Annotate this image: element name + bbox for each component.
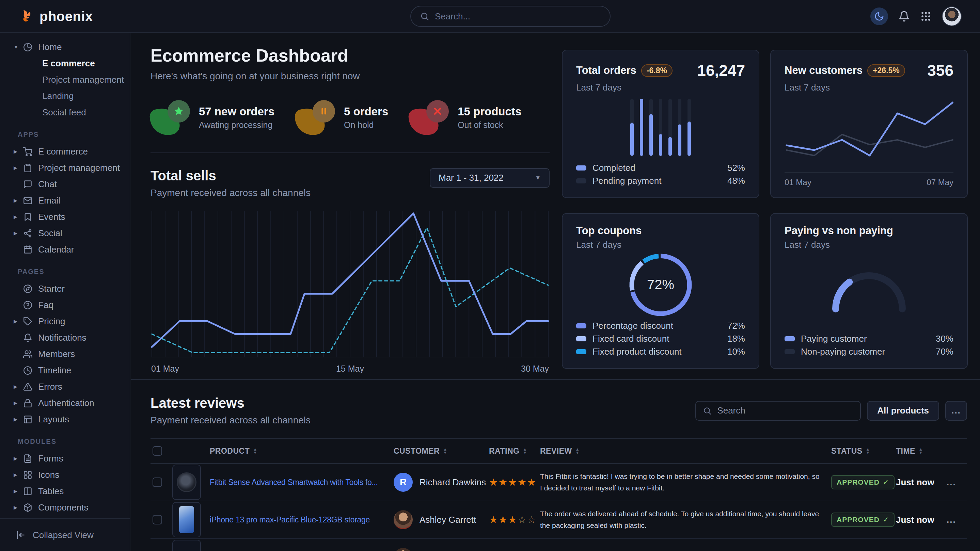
caret-right-icon: ▶ (14, 230, 23, 236)
x-axis-label: 07 May (926, 178, 953, 187)
sidebar-subitem-social-feed[interactable]: Social feed (0, 104, 130, 121)
column-header-time[interactable]: TIME▲▼ (896, 446, 947, 456)
sidebar-subitem-project-management[interactable]: Project management (0, 71, 130, 88)
sort-icon: ▲▼ (253, 448, 257, 454)
sidebar-section-label-modules: MODULES (0, 427, 130, 450)
product-thumbnail[interactable] (172, 502, 201, 537)
avatar: R (394, 473, 413, 492)
sidebar-item-project-management[interactable]: ▶Project management (0, 160, 130, 176)
stat-subtitle: On hold (344, 120, 388, 130)
pause-blob-icon (296, 100, 335, 135)
clipboard-icon (23, 164, 38, 173)
legend-row-non-paying-customer: Non-paying customer70% (784, 345, 953, 358)
sidebar-item-social[interactable]: ▶Social (0, 225, 130, 241)
new-customers-x-axis: 01 May 07 May (784, 172, 953, 187)
row-more-button[interactable]: ... (947, 477, 967, 488)
sidebar-item-starter[interactable]: Starter (0, 280, 130, 297)
product-link[interactable]: iPhone 13 pro max-Pacific Blue-128GB sto… (210, 515, 394, 524)
column-header-rating[interactable]: RATING▲▼ (489, 446, 540, 456)
product-link[interactable]: Fitbit Sense Advanced Smartwatch with To… (210, 478, 394, 487)
user-avatar[interactable] (942, 6, 962, 26)
sidebar-subitem-landing[interactable]: Landing (0, 88, 130, 104)
brand[interactable]: phoenix (18, 0, 93, 33)
share-icon (23, 229, 38, 238)
row-checkbox[interactable] (153, 515, 162, 524)
sidebar-item-calendar[interactable]: Calendar (0, 241, 130, 258)
select-all-checkbox[interactable] (153, 446, 162, 456)
avatar (394, 510, 413, 529)
sidebar-item-label: Email (38, 195, 60, 206)
sidebar-item-errors[interactable]: ▶Errors (0, 378, 130, 395)
global-search-input[interactable] (435, 11, 601, 22)
top-coupons-card: Top coupons Last 7 days 72% Percentage d… (562, 213, 759, 369)
navbar-actions (870, 0, 962, 33)
column-header-status[interactable]: STATUS▲▼ (831, 446, 896, 456)
notifications-button[interactable] (898, 11, 910, 22)
sidebar-item-label: Home (38, 42, 62, 52)
sidebar-subitem-e-commerce[interactable]: E commerce (0, 55, 130, 71)
date-range-select[interactable]: Mar 1 - 31, 2022 ▼ (430, 168, 550, 188)
sidebar-item-chat[interactable]: Chat (0, 176, 130, 192)
legend-row-paying-customer: Paying customer30% (784, 332, 953, 345)
row-more-button[interactable]: ... (947, 514, 967, 525)
legend-label: Completed (592, 163, 635, 173)
sidebar-item-faq[interactable]: Faq (0, 297, 130, 313)
check-icon: ✓ (883, 478, 889, 486)
collapsed-view-toggle[interactable]: Collapsed View (0, 518, 130, 551)
columns-icon (23, 487, 38, 496)
row-checkbox[interactable] (153, 478, 162, 487)
caret-right-icon: ▶ (14, 165, 23, 170)
stat-subtitle: Out of stock (458, 120, 521, 130)
sidebar-item-authentication[interactable]: ▶Authentication (0, 395, 130, 411)
sidebar-item-events[interactable]: ▶Events (0, 209, 130, 225)
sidebar-item-layouts[interactable]: ▶Layouts (0, 411, 130, 427)
customer-name: Ashley Garrett (420, 514, 476, 525)
sidebar-item-label: Pricing (38, 316, 65, 327)
apps-grid-button[interactable] (920, 11, 932, 22)
product-thumbnail[interactable] (172, 540, 201, 551)
latest-reviews-subtitle: Payment received across all channels (151, 415, 310, 426)
sidebar-section-label-apps: APPS (0, 121, 130, 143)
column-header-product[interactable]: PRODUCT▲▼ (210, 446, 394, 456)
x-blob-icon (409, 100, 449, 135)
sidebar-item-members[interactable]: Members (0, 346, 130, 362)
legend-swatch (576, 178, 586, 183)
reviews-search[interactable] (695, 401, 861, 421)
caret-right-icon: ▶ (14, 384, 23, 389)
sidebar-item-email[interactable]: ▶Email (0, 192, 130, 209)
sidebar-item-home[interactable]: ▼Home (0, 39, 130, 55)
reviews-more-button[interactable]: ... (945, 401, 967, 421)
review-row: Fitbit Sense Advanced Smartwatch with To… (151, 464, 967, 501)
sidebar-item-label: Faq (38, 300, 54, 310)
column-header-customer[interactable]: CUSTOMER▲▼ (394, 446, 489, 456)
chat-icon (23, 180, 38, 189)
total-sells-subtitle: Payment received across all channels (151, 187, 310, 198)
sidebar-item-icons[interactable]: ▶Icons (0, 467, 130, 483)
x-axis-label: 01 May (784, 178, 811, 187)
status-cell: APPROVED ✓ (831, 513, 896, 527)
product-thumbnail[interactable] (172, 465, 201, 500)
alert-icon (23, 382, 38, 391)
sidebar-item-label: Project management (38, 163, 120, 173)
sidebar-item-notifications[interactable]: Notifications (0, 329, 130, 346)
all-products-button[interactable]: All products (867, 401, 939, 421)
sidebar-item-components[interactable]: ▶Components (0, 499, 130, 516)
new-customers-value: 356 (927, 61, 953, 79)
date-range-value: Mar 1 - 31, 2022 (439, 173, 504, 183)
sidebar-item-label: Starter (38, 284, 65, 294)
total-sells-chart (151, 209, 550, 362)
top-coupons-legend: Percentage discount72%Fixed card discoun… (576, 319, 745, 358)
sidebar-item-forms[interactable]: ▶Forms (0, 450, 130, 467)
column-header-review[interactable]: REVIEW▲▼ (540, 446, 831, 456)
sidebar-item-e-commerce[interactable]: ▶E commerce (0, 143, 130, 160)
rating-stars: ★★★★★ (489, 476, 540, 488)
sidebar-item-timeline[interactable]: Timeline (0, 362, 130, 378)
theme-toggle-button[interactable] (870, 8, 888, 25)
sidebar-item-tables[interactable]: ▶Tables (0, 483, 130, 499)
reviews-search-input[interactable] (717, 405, 853, 416)
global-search[interactable] (410, 6, 611, 27)
sidebar-item-pricing[interactable]: ▶Pricing (0, 313, 130, 329)
divider (131, 379, 980, 380)
stat-title: 57 new orders (199, 105, 274, 118)
grid-icon (920, 11, 932, 22)
